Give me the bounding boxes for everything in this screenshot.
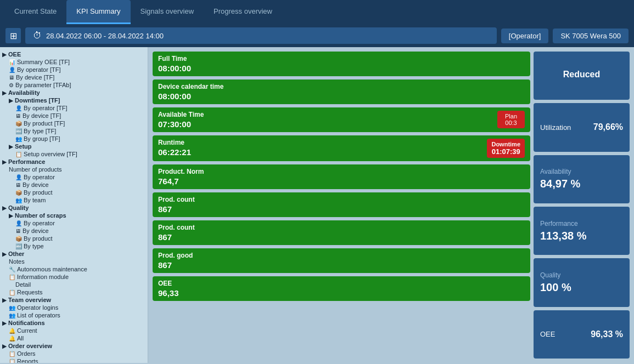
sidebar-item-notif-all[interactable]: 🔔 All [2,334,145,342]
stat-label-performance: Performance [540,220,623,228]
bar-runtime: Runtime 06:22:21 Downtime 01:07:39 [153,135,530,161]
main-content: ▶ OEE 📊 Summary OEE [TF] 👤 By operator [… [0,47,634,363]
sidebar-item-by-device-oee[interactable]: 🖥 By device [TF] [2,73,145,81]
type-icon: 🔤 [15,243,22,249]
sidebar-label: Notifications [8,320,45,326]
sidebar-item-scrap-by-operator[interactable]: 👤 By operator [2,219,145,227]
product-icon: 📦 [15,190,22,196]
tab-signals-overview[interactable]: Signals overview [131,0,204,24]
device-icon: 🖥 [15,113,21,119]
sidebar-label: Number of scraps [15,212,66,219]
sidebar-item-other[interactable]: ▶ Other [2,250,145,258]
sidebar-label: Notes [9,258,25,265]
tab-current-state[interactable]: Current State [4,0,66,24]
team-icon: 👥 [15,197,22,203]
sidebar-item-perf-by-product[interactable]: 📦 By product [2,189,145,196]
bar-value-prod-good: 867 [158,260,525,270]
stat-card-reduced: Reduced [534,52,630,100]
product-icon: 📦 [15,236,22,242]
sidebar-label: Information module [17,274,69,280]
sidebar-item-summary-oee[interactable]: 📊 Summary OEE [TF] [2,58,145,66]
sidebar-item-reports[interactable]: 📋 Reports [2,357,145,363]
sidebar-item-num-scraps[interactable]: ▶ Number of scraps [2,212,145,219]
sidebar-label: Downtimes [TF] [15,97,60,104]
expand-icon: ▶ [2,320,7,326]
bar-value-product-norm: 764,7 [158,177,525,186]
sidebar-item-team-overview[interactable]: ▶ Team overview [2,296,145,304]
sidebar-item-order-overview[interactable]: ▶ Order overview [2,342,145,350]
sidebar-item-dt-by-device[interactable]: 🖥 By device [TF] [2,112,145,120]
header-bar: ⊞ ⏱ 28.04.2022 06:00 - 28.04.2022 14:00 … [0,24,634,47]
sidebar-item-perf-by-device[interactable]: 🖥 By device [2,181,145,189]
sidebar-item-perf-by-operator[interactable]: 👤 By operator [2,173,145,181]
sidebar-label: All [17,335,24,342]
downtime-label: Downtime [491,141,520,147]
bar-value-prod-count-2: 867 [158,232,525,242]
sidebar-item-setup[interactable]: ▶ Setup [2,143,145,150]
sidebar-item-dt-by-group[interactable]: 👥 By group [TF] [2,135,145,143]
sidebar-label: By group [TF] [24,135,60,142]
sidebar-item-scrap-by-product[interactable]: 📦 By product [2,235,145,242]
time-range-badge[interactable]: ⏱ 28.04.2022 06:00 - 28.04.2022 14:00 [25,27,497,44]
downtime-badge: Downtime 01:07:39 [487,139,525,158]
bar-value-prod-count-1: 867 [158,204,525,214]
sidebar-label: By team [24,197,46,203]
bar-label-prod-good: Prod. good [158,252,525,259]
sidebar-item-num-products[interactable]: Number of products [2,166,145,173]
bar-value-available-time: 07:30:00 [158,120,204,129]
expand-icon: ▶ [9,213,13,219]
sidebar-item-downtimes[interactable]: ▶ Downtimes [TF] [2,96,145,104]
bar-label-runtime: Runtime [158,139,191,146]
chart-icon: 📊 [9,59,15,65]
sidebar-item-notifications[interactable]: ▶ Notifications [2,319,145,327]
sidebar-item-notif-current[interactable]: 🔔 Current [2,327,145,334]
sidebar-item-dt-by-product[interactable]: 📦 By product [TF] [2,120,145,127]
tab-kpi-summary[interactable]: KPI Summary [66,0,130,24]
tab-progress-overview[interactable]: Progress overview [204,0,282,24]
machine-badge[interactable]: SK 7005 Wera 500 [553,29,629,43]
operator-badge[interactable]: [Operator] [501,29,549,43]
sidebar-item-list-of-operators[interactable]: 👥 List of operators [2,311,145,319]
sidebar-item-notes[interactable]: Notes [2,258,145,265]
bar-prod-count-1: Prod. count 867 [153,192,530,217]
sidebar-label: Other [8,251,24,257]
sidebar-item-performance[interactable]: ▶ Performance [2,158,145,166]
sidebar-item-orders[interactable]: 📋 Orders [2,350,145,357]
sidebar-item-oee[interactable]: ▶ OEE [2,50,145,58]
bar-full-time: Full Time 08:00:00 [153,52,530,76]
sidebar-item-dt-by-operator[interactable]: 👤 By operator [TF] [2,104,145,112]
sidebar-label: Quality [8,204,29,211]
sidebar-item-perf-by-team[interactable]: 👥 By team [2,196,145,204]
sidebar-item-operator-logins[interactable]: 👥 Operator logins [2,304,145,311]
sidebar-item-requests[interactable]: 📋 Requests [2,288,145,296]
sidebar-item-detail[interactable]: Detail [2,281,145,288]
report-icon: 📋 [9,359,15,363]
kpi-area: Full Time 08:00:00 Device calendar time … [148,47,634,363]
sidebar-label: By type [24,243,44,249]
menu-icon[interactable]: ⊞ [5,28,21,43]
stat-card-availability: Availability 84,97 % [534,155,630,203]
sidebar-item-availability[interactable]: ▶ Availability [2,89,145,96]
sidebar-item-by-parameter[interactable]: ⚙ By parameter [TFAb] [2,81,145,89]
sidebar-item-auto-maint[interactable]: 🔧 Autonomous maintenance [2,265,145,273]
sidebar-label: List of operators [17,312,60,318]
bar-label-product-norm: Product. Norm [158,168,525,175]
sidebar-label: Autonomous maintenance [17,266,87,272]
sidebar-item-scrap-by-device[interactable]: 🖥 By device [2,227,145,235]
device-icon: 🖥 [9,75,14,81]
sidebar-item-quality[interactable]: ▶ Quality [2,204,145,212]
list-icon: 📋 [9,289,15,295]
sidebar-label: Order overview [8,343,52,349]
sidebar-item-by-operator-oee[interactable]: 👤 By operator [TF] [2,66,145,73]
stat-label-reduced: Reduced [563,70,601,79]
expand-icon: ▶ [2,297,7,303]
bar-value-full-time: 08:00:00 [158,64,525,73]
stat-label-utilization: Utilization [540,123,571,132]
bar-product-norm: Product. Norm 764,7 [153,164,530,189]
sidebar-item-setup-overview[interactable]: 📋 Setup overview [TF] [2,150,145,158]
sidebar-item-scrap-by-type[interactable]: 🔤 By type [2,242,145,250]
stats-column: Reduced Utilization 79,66% Availability … [534,52,630,359]
sidebar-label: Reports [17,358,38,363]
sidebar-item-dt-by-type[interactable]: 🔤 By type [TF] [2,127,145,135]
sidebar-item-info-module[interactable]: 📋 Information module [2,273,145,281]
